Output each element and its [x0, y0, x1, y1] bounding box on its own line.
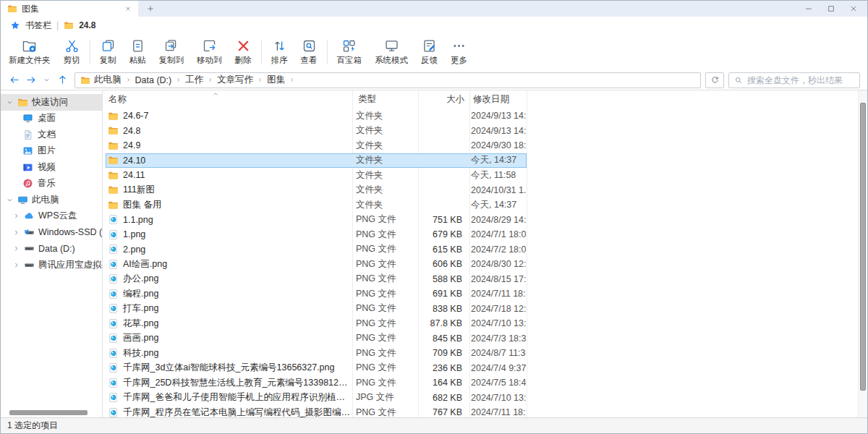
file-name-cell: AI绘画.png: [106, 258, 350, 271]
file-row[interactable]: 千库网_3d立体ai智能球科技_元素编号13656327.pngPNG 文件23…: [106, 361, 527, 376]
sidebar-item[interactable]: Windows-SSD (C:): [1, 224, 102, 241]
sidebar-item[interactable]: 图片: [1, 143, 102, 160]
file-row[interactable]: 编程.pngPNG 文件691 KB2024/7/11 18:...: [106, 286, 527, 302]
sidebar-item[interactable]: 音乐: [1, 176, 102, 192]
bookmark-bar-label[interactable]: 书签栏: [25, 20, 51, 32]
toolbar-button-view[interactable]: 查看: [294, 38, 324, 66]
search-box[interactable]: [728, 72, 860, 88]
toolbar-button-delete[interactable]: 删除: [229, 38, 258, 66]
file-row[interactable]: 花草.pngPNG 文件87.8 KB2024/7/10 13:...: [106, 316, 527, 331]
sidebar-horizontal-scrollbar[interactable]: [9, 410, 88, 415]
file-row[interactable]: 24.8文件夹2024/9/13 14:...: [106, 124, 527, 139]
back-button[interactable]: [7, 72, 22, 88]
image-file-icon: [108, 229, 119, 240]
sidebar-item[interactable]: WPS云盘: [1, 208, 102, 225]
file-row[interactable]: 24.6-7文件夹2024/9/13 14:...: [106, 109, 527, 124]
file-row[interactable]: 24.11文件夹今天, 11:58: [106, 168, 527, 183]
folder-icon: [108, 140, 119, 151]
file-row[interactable]: 打车.pngPNG 文件838 KB2024/7/18 12:...: [106, 302, 527, 317]
file-row[interactable]: 千库网_25D科技智慧生活线上教育_元素编号13398121.pngPNG 文件…: [106, 375, 527, 391]
file-name-cell: 24.8: [106, 125, 350, 136]
system-mode-icon: [384, 38, 399, 54]
file-name: 科技.png: [123, 347, 158, 359]
breadcrumb[interactable]: 此电脑Data (D:)工作文章写作图集: [75, 72, 701, 88]
expander[interactable]: [12, 244, 20, 252]
breadcrumb-segment[interactable]: 文章写作: [217, 74, 253, 86]
toolbar-button-cut[interactable]: 剪切: [57, 38, 87, 66]
video-icon: [22, 162, 33, 173]
file-row[interactable]: 图集 备用文件夹今天, 14:37: [106, 197, 527, 213]
file-row[interactable]: 2.pngPNG 文件615 KB2024/7/2 18:04: [106, 242, 527, 258]
toolbar-button-toolbox[interactable]: 百宝箱: [331, 38, 369, 66]
file-row[interactable]: 办公.pngPNG 文件588 KB2024/8/15 17:...: [106, 272, 527, 287]
expander[interactable]: [6, 98, 14, 106]
file-row[interactable]: 1.pngPNG 文件679 KB2024/7/1 18:04: [106, 227, 527, 242]
file-row[interactable]: 24.9文件夹2024/9/30 18:...: [106, 138, 527, 153]
file-date: 2024/9/13 14:...: [467, 111, 526, 121]
breadcrumb-segment[interactable]: 工作: [185, 74, 203, 86]
toolbar-button-sort[interactable]: 排序: [265, 38, 294, 66]
file-row[interactable]: 千库网_程序员在笔记本电脑上编写编程代码_摄影图编号20511911.pngPN…: [106, 405, 527, 417]
column-header-size[interactable]: 大小: [418, 93, 469, 106]
file-name: 千库网_3d立体ai智能球科技_元素编号13656327.png: [123, 362, 334, 374]
file-row[interactable]: 111新图文件夹2024/10/31 1...: [106, 183, 527, 198]
new-tab-button[interactable]: [138, 1, 163, 17]
forward-button[interactable]: [22, 72, 38, 88]
file-row[interactable]: 科技.pngPNG 文件709 KB2024/8/7 11:35: [106, 346, 527, 361]
image-file-icon: [108, 259, 119, 270]
search-input[interactable]: [747, 75, 854, 85]
sidebar-item[interactable]: 腾讯应用宝虚拟磁盘 (T:): [1, 257, 102, 273]
bookmark-item[interactable]: 24.8: [79, 20, 95, 30]
sidebar-item[interactable]: 文档: [1, 127, 102, 143]
arrow-up-icon: [57, 75, 68, 85]
file-size: 682 KB: [416, 393, 467, 403]
breadcrumb-segment[interactable]: 图集: [267, 74, 285, 86]
sidebar-section-1[interactable]: 此电脑: [1, 192, 102, 208]
history-dropdown-button[interactable]: [38, 72, 54, 88]
column-header-date[interactable]: 修改日期: [469, 93, 509, 106]
refresh-button[interactable]: [705, 72, 724, 88]
file-row[interactable]: 千库网_爸爸和儿子使用智能手机上的应用程序识别植物。_摄影图编号1841217.…: [106, 391, 527, 406]
toolbar-button-move-to[interactable]: 移动到: [190, 38, 229, 66]
file-row[interactable]: 画画.pngPNG 文件845 KB2024/7/3 18:30: [106, 331, 527, 346]
toolbar-separator: [90, 40, 90, 64]
expander[interactable]: [12, 212, 20, 220]
sidebar-item[interactable]: 视频: [1, 159, 102, 176]
breadcrumb-segment[interactable]: 此电脑: [94, 74, 122, 86]
file-type: PNG 文件: [350, 332, 416, 344]
minimize-button[interactable]: [797, 1, 820, 17]
toolbar-button-new-folder[interactable]: 新建文件夹: [2, 38, 57, 66]
column-header-type[interactable]: 类型: [352, 93, 418, 106]
toolbar-button-system-mode[interactable]: 系统模式: [368, 38, 414, 66]
vertical-scrollbar[interactable]: [858, 90, 867, 417]
file-date: 今天, 14:37: [467, 199, 526, 211]
file-size: 838 KB: [416, 304, 467, 314]
expander[interactable]: [12, 229, 20, 237]
toolbar-button-copy-to[interactable]: 复制到: [153, 38, 191, 66]
window-controls: [797, 1, 867, 17]
file-row[interactable]: AI绘画.pngPNG 文件606 KB2024/8/30 12:...: [106, 257, 527, 272]
image-file-icon: [108, 378, 119, 388]
file-row[interactable]: 24.10文件夹今天, 14:37: [106, 153, 527, 169]
toolbar-button-more[interactable]: 更多: [444, 38, 474, 66]
toolbar-button-copy[interactable]: 复制: [93, 38, 123, 66]
up-button[interactable]: [54, 72, 70, 88]
file-row[interactable]: 1.1.pngPNG 文件751 KB2024/8/29 14:...: [106, 213, 527, 228]
sidebar-item[interactable]: Data (D:): [1, 241, 102, 258]
toolbar-button-label: 粘贴: [129, 55, 146, 66]
sidebar-section-0[interactable]: 快速访问: [1, 94, 102, 111]
maximize-button[interactable]: [820, 1, 842, 17]
toolbar-button-paste[interactable]: 粘贴: [123, 38, 153, 66]
expander[interactable]: [12, 261, 20, 269]
vertical-scrollbar-thumb[interactable]: [860, 103, 866, 391]
tab-active[interactable]: 图集: [1, 1, 138, 17]
sidebar-item[interactable]: 桌面: [1, 111, 102, 127]
tab-close-button[interactable]: [122, 3, 134, 14]
toolbar-button-feedback[interactable]: 反馈: [414, 38, 444, 66]
expander[interactable]: [6, 196, 14, 204]
column-header-name[interactable]: 名称: [103, 93, 352, 106]
view-icon: [302, 38, 317, 54]
breadcrumb-segment[interactable]: Data (D:): [135, 75, 172, 85]
chevron-right-icon: [12, 229, 20, 237]
close-button[interactable]: [842, 1, 864, 17]
